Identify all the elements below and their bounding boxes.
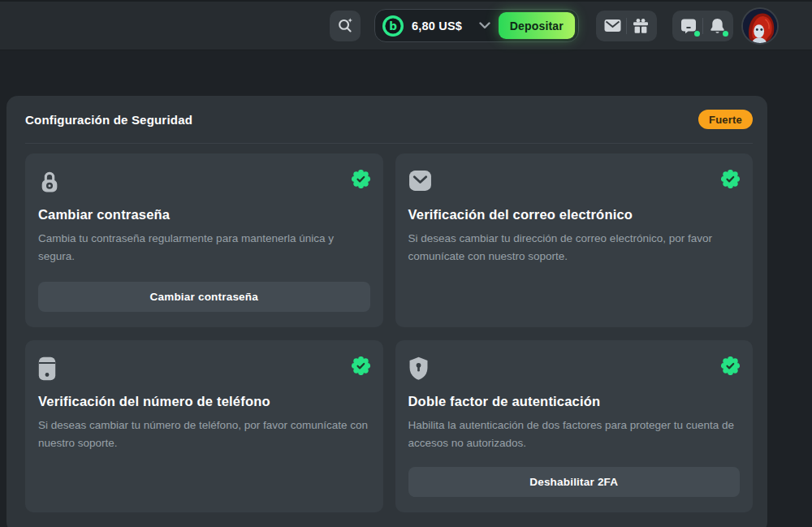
verified-badge-icon bbox=[352, 170, 370, 188]
card-title: Verificación del número de teléfono bbox=[38, 394, 370, 409]
verified-badge-icon bbox=[352, 356, 370, 375]
security-card-phone-verification: Verificación del número de teléfono Si d… bbox=[25, 340, 383, 512]
chat-button[interactable] bbox=[675, 13, 702, 39]
password-strength-badge: Fuerte bbox=[698, 110, 753, 129]
chat-status-dot bbox=[694, 31, 700, 37]
security-cards-grid: Cambiar contraseña Cambia tu contraseña … bbox=[25, 153, 753, 512]
shield-icon bbox=[408, 356, 429, 381]
panel-header: Configuración de Seguridad Fuerte bbox=[25, 96, 753, 144]
card-title: Cambiar contraseña bbox=[38, 207, 370, 222]
notifications-button[interactable] bbox=[703, 13, 731, 39]
envelope-icon bbox=[604, 19, 621, 32]
verified-badge-icon bbox=[721, 170, 740, 188]
notifications-status-dot bbox=[723, 31, 728, 37]
security-card-two-factor: Doble factor de autenticación Habilita l… bbox=[395, 340, 754, 512]
currency-selector[interactable]: b 6,80 US$ Depositar bbox=[374, 9, 579, 42]
page-content: Configuración de Seguridad Fuerte bbox=[0, 96, 812, 527]
lock-icon bbox=[38, 170, 61, 193]
chat-bell-group bbox=[672, 11, 733, 41]
card-description: Si deseas cambiar tu dirección de correo… bbox=[408, 230, 741, 266]
card-description: Si deseas cambiar tu número de teléfono,… bbox=[38, 417, 370, 452]
envelope-icon bbox=[408, 170, 432, 192]
disable-2fa-button[interactable]: Deshabilitar 2FA bbox=[408, 467, 741, 497]
verified-badge-icon bbox=[721, 356, 740, 375]
security-card-change-password: Cambiar contraseña Cambia tu contraseña … bbox=[25, 153, 383, 327]
chevron-down-icon bbox=[479, 22, 490, 29]
gift-button[interactable] bbox=[627, 13, 654, 39]
card-title: Doble factor de autenticación bbox=[408, 394, 741, 409]
search-icon bbox=[337, 17, 354, 34]
card-header bbox=[38, 356, 370, 382]
avatar[interactable] bbox=[741, 7, 779, 45]
mail-gift-group bbox=[596, 11, 657, 41]
gift-icon bbox=[633, 18, 649, 34]
page-title: Configuración de Seguridad bbox=[25, 113, 192, 127]
card-header bbox=[408, 356, 741, 382]
change-password-button[interactable]: Cambiar contraseña bbox=[38, 282, 370, 312]
deposit-button[interactable]: Depositar bbox=[499, 12, 575, 39]
bcd-coin-icon: b bbox=[382, 15, 404, 37]
card-description: Cambia tu contraseña regularmente para m… bbox=[38, 230, 370, 266]
top-nav: b 6,80 US$ Depositar bbox=[0, 0, 812, 50]
card-title: Verificación del correo electrónico bbox=[408, 207, 741, 222]
security-settings-panel: Configuración de Seguridad Fuerte bbox=[6, 96, 767, 527]
card-description: Habilita la autenticación de dos factore… bbox=[408, 417, 741, 452]
card-header bbox=[408, 170, 741, 196]
svg-text:b: b bbox=[389, 19, 397, 32]
search-button[interactable] bbox=[330, 11, 361, 41]
balance-amount: 6,80 US$ bbox=[412, 19, 462, 32]
security-card-email-verification: Verificación del correo electrónico Si d… bbox=[395, 153, 754, 327]
phone-icon bbox=[38, 356, 56, 381]
card-header bbox=[38, 170, 370, 196]
mail-button[interactable] bbox=[598, 13, 626, 39]
